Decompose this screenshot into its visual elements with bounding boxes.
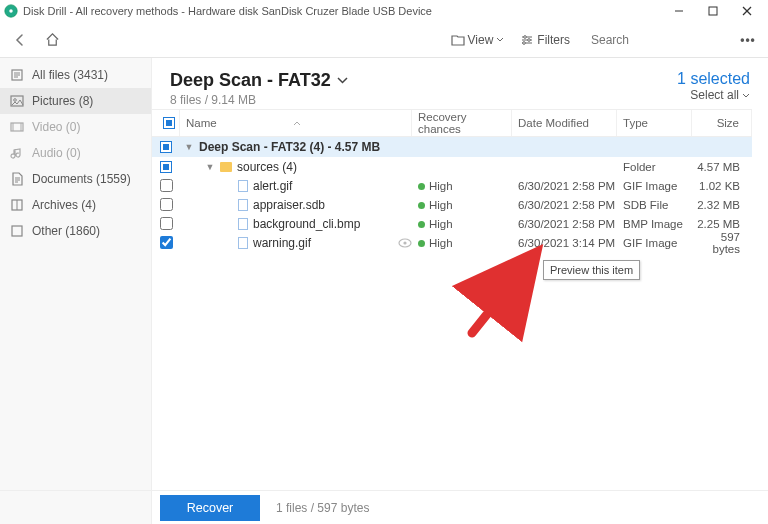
checkbox[interactable] [160,236,173,249]
checkbox[interactable] [160,161,172,173]
pictures-icon [10,94,24,108]
sliders-icon [520,34,534,46]
minimize-button[interactable] [662,0,696,22]
other-icon [10,224,24,238]
type-value: BMP Image [617,218,692,230]
documents-icon [10,172,24,186]
svg-rect-3 [709,7,717,15]
more-menu[interactable]: ••• [734,33,762,47]
footer: Recover 1 files / 597 bytes [0,490,768,524]
col-name[interactable]: Name [180,110,412,136]
sidebar-item-video[interactable]: Video (0) [0,114,151,140]
file-icon [238,218,248,230]
sidebar-item-label: Documents (1559) [32,172,141,186]
file-name: alert.gif [253,179,292,193]
app-icon [4,4,18,18]
size-value: 2.25 MB [692,218,752,230]
file-name: sources (4) [237,160,297,174]
filters-label: Filters [537,33,570,47]
status-dot [418,221,425,228]
col-recovery[interactable]: Recovery chances [412,110,512,136]
video-icon [10,120,24,134]
preview-icon[interactable] [398,238,412,248]
chevron-down-icon [337,77,348,84]
sidebar-item-archives[interactable]: Archives (4) [0,192,151,218]
group-row[interactable]: Deep Scan - FAT32 (4) - 4.57 MB [152,137,752,157]
file-name: warning.gif [253,236,311,250]
back-button[interactable] [6,26,34,54]
file-icon [238,199,248,211]
file-row[interactable]: appraiser.sdbHigh6/30/2021 2:58 PMSDB Fi… [152,195,752,214]
recovery-value: High [429,237,453,249]
recovery-value: High [429,218,453,230]
archives-icon [10,198,24,212]
search-box[interactable] [580,31,730,49]
chevron-down-icon [742,93,750,98]
checkbox[interactable] [160,198,173,211]
window-title: Disk Drill - All recovery methods - Hard… [23,5,432,17]
recover-button[interactable]: Recover [160,495,260,521]
size-value: 597 bytes [692,231,752,255]
toolbar: View Filters ••• [0,22,768,58]
file-icon [238,237,248,249]
close-button[interactable] [730,0,764,22]
sidebar-item-pictures[interactable]: Pictures (8) [0,88,151,114]
page-title[interactable]: Deep Scan - FAT32 [170,70,677,91]
sidebar-item-other[interactable]: Other (1860) [0,218,151,244]
expand-toggle[interactable] [184,142,194,152]
selection-count: 1 selected [677,70,750,88]
col-size[interactable]: Size [692,110,752,136]
sidebar-item-label: All files (3431) [32,68,141,82]
status-dot [418,183,425,190]
sidebar-item-label: Other (1860) [32,224,141,238]
status-dot [418,202,425,209]
file-name: background_cli.bmp [253,217,360,231]
svg-point-6 [524,35,527,38]
sidebar-item-audio[interactable]: Audio (0) [0,140,151,166]
files-icon [10,68,24,82]
checkbox[interactable] [160,141,172,153]
home-button[interactable] [38,26,66,54]
file-row[interactable]: background_cli.bmpHigh6/30/2021 2:58 PMB… [152,214,752,233]
svg-point-27 [403,241,406,244]
svg-rect-25 [12,226,22,236]
sidebar-item-label: Video (0) [32,120,141,134]
select-all-checkbox[interactable] [163,117,175,129]
preview-tooltip: Preview this item [543,260,640,280]
scan-summary: 8 files / 9.14 MB [170,93,677,107]
file-row[interactable]: warning.gifHigh6/30/2021 3:14 PMGIF Imag… [152,233,752,252]
titlebar: Disk Drill - All recovery methods - Hard… [0,0,768,22]
search-input[interactable] [591,33,741,47]
filters-button[interactable]: Filters [514,26,576,54]
folder-row[interactable]: sources (4)Folder4.57 MB [152,157,752,176]
folder-icon [220,162,232,172]
svg-point-16 [14,99,17,102]
type-value: Folder [617,161,692,173]
col-type[interactable]: Type [617,110,692,136]
date-value: 6/30/2021 2:58 PM [512,199,617,211]
recovery-value: High [429,180,453,192]
date-value: 6/30/2021 3:14 PM [512,237,617,249]
select-all-dropdown[interactable]: Select all [677,88,750,102]
maximize-button[interactable] [696,0,730,22]
status-text: 1 files / 597 bytes [276,501,369,515]
date-value: 6/30/2021 2:58 PM [512,180,617,192]
content-pane: Deep Scan - FAT32 8 files / 9.14 MB 1 se… [152,58,768,524]
file-name: appraiser.sdb [253,198,325,212]
view-dropdown[interactable]: View [445,26,511,54]
expand-toggle[interactable] [205,162,215,172]
sidebar-item-label: Archives (4) [32,198,141,212]
svg-point-1 [9,9,13,13]
col-date[interactable]: Date Modified [512,110,617,136]
file-icon [238,180,248,192]
chevron-down-icon [496,37,504,42]
sidebar-item-files[interactable]: All files (3431) [0,62,151,88]
group-label: Deep Scan - FAT32 (4) - 4.57 MB [199,140,380,154]
status-dot [418,240,425,247]
checkbox[interactable] [160,217,173,230]
size-value: 4.57 MB [692,161,752,173]
sidebar-item-documents[interactable]: Documents (1559) [0,166,151,192]
checkbox[interactable] [160,179,173,192]
file-row[interactable]: alert.gifHigh6/30/2021 2:58 PMGIF Image1… [152,176,752,195]
date-value: 6/30/2021 2:58 PM [512,218,617,230]
